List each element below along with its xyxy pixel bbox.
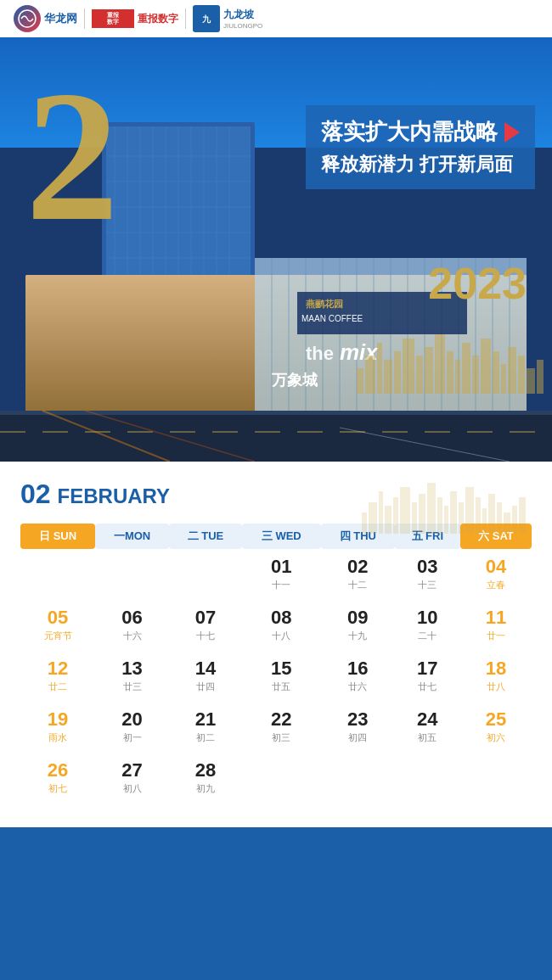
svg-rect-62 xyxy=(435,334,445,394)
calendar-day-cell: 19雨水 xyxy=(20,702,95,753)
svg-text:万象城: 万象城 xyxy=(271,372,318,389)
zhongbao-icon-text: 重报数字 xyxy=(107,12,119,26)
day-lunar: 十三 xyxy=(398,579,457,591)
svg-rect-90 xyxy=(488,494,495,534)
calendar-day-cell xyxy=(95,549,169,600)
day-lunar: 初六 xyxy=(464,731,528,744)
calendar-day-cell: 07十七 xyxy=(169,600,242,651)
svg-rect-64 xyxy=(455,360,460,394)
calendar-week-row: 12廿二13廿三14廿四15廿五16廿六17廿七18廿八 xyxy=(20,651,532,702)
hualonwang-text: 华龙网 xyxy=(44,11,77,26)
day-number: 24 xyxy=(398,710,457,729)
calendar-day-cell xyxy=(321,753,395,804)
day-number: 16 xyxy=(324,659,391,678)
svg-rect-69 xyxy=(501,364,506,394)
day-number: 07 xyxy=(172,608,239,627)
svg-rect-93 xyxy=(512,506,517,534)
day-lunar: 初三 xyxy=(245,731,318,744)
calendar-table: 日 SUN 一MON 二 TUE 三 WED 四 THU 五 FRI 六 SAT… xyxy=(20,524,532,804)
calendar-day-cell xyxy=(460,753,532,804)
day-lunar: 十八 xyxy=(245,630,318,642)
hero-text-line1: 落实扩大内需战略 xyxy=(321,117,520,147)
calendar-section: 02 FEBRUARY xyxy=(0,462,552,827)
svg-rect-73 xyxy=(537,360,544,394)
svg-rect-67 xyxy=(481,339,491,394)
day-lunar: 二十 xyxy=(398,630,457,642)
svg-rect-55 xyxy=(365,356,375,394)
day-number: 27 xyxy=(99,761,166,780)
day-lunar: 廿七 xyxy=(398,680,457,693)
header-wed: 三 WED xyxy=(242,524,321,549)
calendar-day-cell: 09十九 xyxy=(321,600,395,651)
month-name: FEBRUARY xyxy=(58,484,170,508)
calendar-day-cell: 16廿六 xyxy=(321,651,395,702)
day-lunar: 廿五 xyxy=(245,680,318,693)
svg-rect-83 xyxy=(437,497,442,534)
day-number: 23 xyxy=(324,710,391,729)
calendar-day-cell: 24初五 xyxy=(395,702,460,753)
zhongbao-text: 重报数字 xyxy=(138,12,178,26)
calendar-day-cell: 27初八 xyxy=(95,753,169,804)
day-number: 13 xyxy=(99,659,166,678)
day-number: 03 xyxy=(398,557,457,576)
svg-rect-84 xyxy=(444,506,448,534)
day-lunar: 初二 xyxy=(172,731,239,744)
svg-rect-85 xyxy=(450,491,457,534)
red-triangle-icon xyxy=(504,122,520,143)
day-lunar: 雨水 xyxy=(24,731,92,744)
svg-rect-91 xyxy=(497,502,502,534)
day-lunar: 十一 xyxy=(245,579,318,591)
svg-rect-49 xyxy=(0,411,552,415)
calendar-week-row: 19雨水20初一21初二22初三23初四24初五25初六 xyxy=(20,702,532,753)
svg-rect-68 xyxy=(493,351,499,394)
calendar-day-cell xyxy=(20,549,95,600)
day-number: 17 xyxy=(398,659,457,678)
day-lunar: 廿三 xyxy=(99,680,166,693)
page-header: 华龙网 重报数字 重报数字 九 九龙坡 JIULONGPO xyxy=(0,0,552,37)
day-lunar: 初一 xyxy=(99,731,166,744)
svg-rect-75 xyxy=(369,502,377,534)
svg-rect-70 xyxy=(508,347,516,394)
year-label: 2023 xyxy=(428,258,527,309)
svg-rect-65 xyxy=(462,343,470,394)
day-number: 18 xyxy=(464,659,528,678)
calendar-day-cell: 21初二 xyxy=(169,702,242,753)
jiulongpo-logo-icon: 九 xyxy=(193,5,220,32)
day-lunar: 廿二 xyxy=(24,680,92,693)
header-mon: 一MON xyxy=(95,524,169,549)
calendar-day-cell: 12廿二 xyxy=(20,651,95,702)
day-number: 25 xyxy=(464,710,528,729)
calendar-day-cell: 11廿一 xyxy=(460,600,532,651)
day-lunar: 十九 xyxy=(324,630,391,642)
hero-headline: 落实扩大内需战略 xyxy=(321,117,498,147)
day-lunar: 初九 xyxy=(172,782,239,795)
svg-rect-81 xyxy=(419,494,425,534)
calendar-day-cell: 01十一 xyxy=(242,549,321,600)
calendar-day-cell: 28初九 xyxy=(169,753,242,804)
day-number: 04 xyxy=(464,557,528,576)
month-label: 02 FEBRUARY xyxy=(20,479,170,510)
jlp-icon: 九 xyxy=(196,8,217,29)
calendar-day-cell: 22初三 xyxy=(242,702,321,753)
hero-big-number: 2 xyxy=(25,63,119,249)
jiulongpo-text-block: 九龙坡 JIULONGPO xyxy=(223,8,262,30)
svg-rect-88 xyxy=(476,497,481,534)
calendar-day-cell xyxy=(242,753,321,804)
svg-rect-86 xyxy=(459,502,464,534)
zhongbao-logo-icon: 重报数字 xyxy=(92,9,134,28)
calendar-day-cell: 15廿五 xyxy=(242,651,321,702)
logo-divider-2 xyxy=(185,8,186,29)
calendar-day-cell: 03十三 xyxy=(395,549,460,600)
svg-rect-87 xyxy=(465,487,474,534)
day-number: 09 xyxy=(324,608,391,627)
svg-rect-94 xyxy=(519,497,526,534)
calendar-city-icon xyxy=(362,479,532,534)
day-number: 05 xyxy=(24,608,92,627)
jiulongpo-text-cn: 九龙坡 xyxy=(223,8,262,22)
hero-section: 燕鹂花园 MAAN COFFEE the mix 万象城 2 落实扩大内需战略 … xyxy=(0,37,552,462)
svg-rect-80 xyxy=(412,502,417,534)
day-lunar: 初七 xyxy=(24,782,92,795)
svg-rect-61 xyxy=(425,347,433,394)
calendar-week-row: 01十一02十二03十三04立春 xyxy=(20,549,532,600)
svg-rect-54 xyxy=(357,368,363,394)
